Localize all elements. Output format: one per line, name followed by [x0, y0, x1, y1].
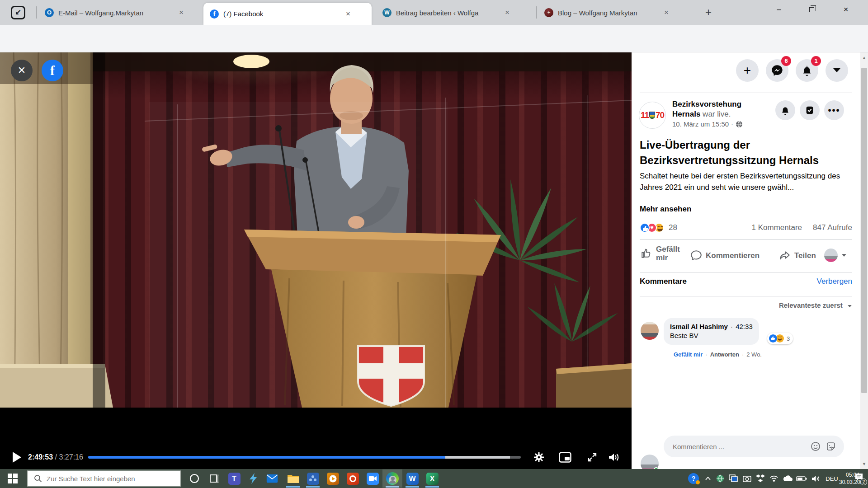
- tab-email[interactable]: O E-Mail – Wolfgang.Markytan ×: [38, 4, 199, 22]
- fullscreen-icon[interactable]: [584, 449, 600, 465]
- tab-wordpress[interactable]: W Beitrag bearbeiten ‹ Wolfga ×: [376, 4, 532, 22]
- taskbar-app-media-player[interactable]: [323, 469, 343, 488]
- scrollbar-down-arrow[interactable]: ▼: [860, 460, 868, 468]
- comment-meta-row: Gefällt mir · Antworten · 2 Wo.: [674, 351, 762, 358]
- video-progress-fill: [88, 456, 445, 459]
- page-avatar[interactable]: 1170: [639, 102, 666, 129]
- restore-button[interactable]: [801, 0, 822, 19]
- like-reaction-icon[interactable]: [640, 223, 650, 233]
- notification-count-badge: 2: [860, 479, 867, 485]
- post-title: Live-Übertragung der Bezirksvertretungss…: [640, 137, 848, 168]
- taskbar-app-file-explorer[interactable]: [283, 469, 303, 488]
- taskbar-app-teams[interactable]: T: [224, 469, 244, 488]
- vertical-tabs-icon[interactable]: ↙: [11, 6, 25, 19]
- window-close-button[interactable]: ×: [835, 0, 856, 19]
- tab-facebook-active[interactable]: f (7) Facebook ×: [203, 3, 372, 25]
- hide-comments-link[interactable]: Verbergen: [817, 277, 852, 286]
- new-tab-button[interactable]: +: [702, 6, 715, 19]
- comment-input[interactable]: [673, 443, 799, 450]
- account-chevron-button[interactable]: [826, 59, 848, 82]
- crest-icon: [649, 112, 655, 119]
- taskbar-app-edge-active[interactable]: [382, 469, 402, 488]
- taskbar-search[interactable]: [27, 470, 181, 487]
- comment-button[interactable]: Kommentieren: [690, 249, 760, 261]
- comment-bubble: Ismail Al Hashimy · 42:33 Beste BV: [664, 318, 759, 345]
- desktop: ↙ O E-Mail – Wolfgang.Markytan × f (7) F…: [0, 0, 868, 488]
- tray-battery-icon[interactable]: [795, 469, 808, 488]
- wordpress-icon: W: [382, 8, 392, 17]
- settings-gear-icon[interactable]: [531, 449, 547, 465]
- tray-chevron-up-icon[interactable]: [703, 469, 713, 488]
- taskbar-app-zoom[interactable]: [363, 469, 382, 488]
- play-icon[interactable]: [13, 452, 21, 463]
- video-buffer: [445, 456, 510, 459]
- search-icon: [34, 474, 42, 483]
- taskbar-app-word[interactable]: W: [402, 469, 422, 488]
- divider: [640, 272, 852, 272]
- reaction-count[interactable]: 28: [669, 223, 677, 232]
- divider: [640, 93, 852, 93]
- commenter-name[interactable]: Ismail Al Hashimy: [670, 323, 728, 330]
- saved-bookmark-button[interactable]: [800, 100, 820, 120]
- share-button[interactable]: Teilen: [779, 249, 816, 261]
- close-icon[interactable]: ×: [503, 8, 512, 17]
- tray-globe-icon[interactable]: [714, 469, 726, 488]
- comment-reactions-pill[interactable]: 3: [767, 333, 793, 344]
- taskbar-app-excel[interactable]: X: [422, 469, 442, 488]
- running-indicator: [386, 486, 399, 488]
- video-player[interactable]: ✕ f 2:49:53 / 3:27:16: [0, 52, 632, 469]
- share-as-profile-selector[interactable]: [824, 249, 847, 262]
- picture-in-picture-icon[interactable]: [557, 449, 573, 465]
- browser-tab-bar: ↙ O E-Mail – Wolfgang.Markytan × f (7) F…: [0, 0, 868, 25]
- tray-wifi-icon[interactable]: [768, 469, 780, 488]
- tray-displays-icon[interactable]: [727, 469, 740, 488]
- taskbar-app-mail[interactable]: [262, 469, 282, 488]
- taskbar-app-notes[interactable]: [303, 469, 323, 488]
- video-close-button[interactable]: ✕: [11, 60, 33, 81]
- create-plus-button[interactable]: +: [736, 59, 759, 82]
- comment-sort-selector[interactable]: Relevanteste zuerst: [640, 301, 852, 309]
- comment-composer[interactable]: [664, 436, 844, 457]
- comment-like-link[interactable]: Gefällt mir: [674, 351, 703, 358]
- tray-notifications-icon[interactable]: 2: [852, 469, 868, 488]
- emoji-icon[interactable]: [811, 441, 821, 451]
- sticker-icon[interactable]: [826, 441, 836, 451]
- volume-icon[interactable]: [606, 449, 622, 465]
- follow-bell-button[interactable]: [775, 100, 795, 120]
- like-button[interactable]: Gefällt mir: [641, 245, 682, 262]
- close-icon[interactable]: ×: [177, 8, 186, 17]
- tray-volume-icon[interactable]: [809, 469, 822, 488]
- tab-title: Blog – Wolfgang Markytan: [558, 9, 660, 17]
- cortana-button[interactable]: [184, 469, 204, 488]
- commenter-avatar[interactable]: [641, 322, 659, 340]
- scrollbar-up-arrow[interactable]: ▲: [860, 54, 868, 61]
- divider: [640, 296, 852, 296]
- taskbar-app-office[interactable]: [343, 469, 363, 488]
- minimize-button[interactable]: –: [769, 0, 789, 19]
- comment-count[interactable]: 1 Kommentare: [752, 223, 802, 232]
- tray-help-icon[interactable]: ?: [686, 469, 701, 488]
- tab-title: Beitrag bearbeiten ‹ Wolfga: [396, 9, 501, 17]
- tray-camera-icon[interactable]: [741, 469, 753, 488]
- post-more-button[interactable]: •••: [824, 100, 844, 120]
- comment-reply-link[interactable]: Antworten: [710, 351, 739, 358]
- search-input[interactable]: [47, 475, 169, 483]
- tray-onedrive-icon[interactable]: [781, 469, 794, 488]
- scrollbar-thumb[interactable]: [861, 68, 867, 393]
- tray-dropbox-icon[interactable]: [754, 469, 767, 488]
- taskbar-app-lightning[interactable]: [243, 469, 263, 488]
- facebook-logo[interactable]: f: [42, 60, 63, 81]
- see-more-link[interactable]: Mehr ansehen: [640, 205, 691, 214]
- tab-blog[interactable]: ✦ Blog – Wolfgang Markytan ×: [538, 4, 689, 22]
- running-indicator: [425, 486, 439, 488]
- close-icon[interactable]: ×: [344, 9, 353, 19]
- messenger-badge: 6: [781, 56, 791, 66]
- post-date[interactable]: 10. März um 15:50·: [672, 120, 743, 128]
- start-button[interactable]: [3, 469, 23, 488]
- video-progress-bar[interactable]: [88, 456, 521, 459]
- comment-video-timestamp[interactable]: 42:33: [736, 323, 753, 330]
- close-icon[interactable]: ×: [662, 8, 671, 17]
- divider: [640, 239, 852, 240]
- task-view-button[interactable]: [204, 469, 224, 488]
- page-name[interactable]: Bezirksvorstehung Hernals war live.: [672, 99, 763, 119]
